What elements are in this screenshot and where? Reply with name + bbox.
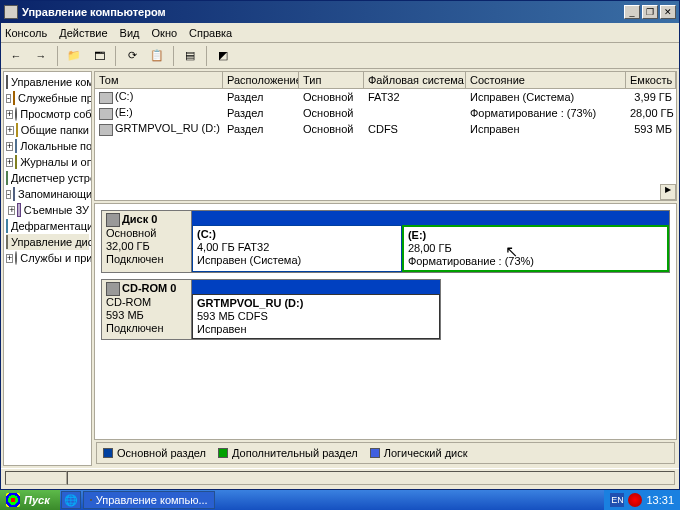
legend: Основной раздел Дополнительный раздел Ло…	[96, 442, 675, 464]
list-row[interactable]: (E:)РазделОсновнойФорматирование : (73%)…	[95, 105, 676, 121]
tree-removable[interactable]: +Съемные ЗУ	[6, 202, 89, 218]
windows-logo-icon	[6, 493, 20, 507]
props-icon[interactable]: 📋	[146, 45, 168, 67]
removable-icon	[17, 203, 20, 217]
clock[interactable]: 13:31	[646, 494, 674, 506]
expand-icon[interactable]: +	[6, 142, 13, 151]
folder-icon	[16, 123, 18, 137]
menubar: Консоль Действие Вид Окно Справка	[1, 23, 679, 43]
tray[interactable]: EN 13:31	[604, 490, 680, 510]
col-volume[interactable]: Том	[95, 72, 223, 88]
minimize-button[interactable]: _	[624, 5, 640, 19]
col-status[interactable]: Состояние	[466, 72, 626, 88]
tree-pane[interactable]: Управление компьютером (локал -Служебные…	[3, 71, 92, 466]
expand-icon[interactable]: +	[6, 158, 13, 167]
storage-icon	[13, 187, 15, 201]
diskmgmt-icon	[6, 235, 8, 249]
titlebar: Управление компьютером _ ❐ ✕	[1, 1, 679, 23]
list-icon[interactable]: ▤	[179, 45, 201, 67]
defrag-icon	[6, 219, 8, 233]
devmgr-icon	[6, 171, 8, 185]
col-fs[interactable]: Файловая система	[364, 72, 466, 88]
lang-indicator[interactable]: EN	[610, 493, 624, 507]
tree-defrag[interactable]: Дефрагментация диска	[6, 218, 89, 234]
volume-list[interactable]: Том Расположение Тип Файловая система Со…	[94, 71, 677, 201]
disk-graphic-pane[interactable]: Диск 0Основной32,00 ГБПодключен (C:)4,00…	[94, 203, 677, 440]
window-title: Управление компьютером	[22, 6, 624, 18]
menu-help[interactable]: Справка	[189, 27, 232, 39]
restore-button[interactable]: ❐	[642, 5, 658, 19]
tree-devmgr[interactable]: Диспетчер устройств	[6, 170, 89, 186]
list-row[interactable]: (C:)РазделОсновнойFAT32Исправен (Система…	[95, 89, 676, 105]
partition-e[interactable]: (E:)28,00 ГБФорматирование : (73%)	[402, 225, 669, 272]
toolbar: ← → 📁 🗔 ⟳ 📋 ▤ ◩	[1, 43, 679, 69]
disk-info: Диск 0Основной32,00 ГБПодключен	[102, 211, 192, 272]
close-button[interactable]: ✕	[660, 5, 676, 19]
events-icon	[15, 107, 17, 121]
taskbar: Пуск 🌐 Управление компью... EN 13:31	[0, 490, 680, 510]
tree-root[interactable]: Управление компьютером (локал	[6, 74, 89, 90]
menu-action[interactable]: Действие	[59, 27, 107, 39]
legend-swatch-primary	[103, 448, 113, 458]
col-layout[interactable]: Расположение	[223, 72, 299, 88]
tree-services[interactable]: +Службы и приложения	[6, 250, 89, 266]
disk-row[interactable]: CD-ROM 0CD-ROM593 МБПодключен GRTMPVOL_R…	[101, 279, 441, 340]
start-button[interactable]: Пуск	[0, 490, 60, 510]
disk-icon	[106, 213, 120, 227]
disk-header-bar	[192, 211, 669, 225]
quicklaunch-ie[interactable]: 🌐	[61, 491, 81, 509]
tools-icon	[13, 91, 15, 105]
gear-icon	[15, 251, 17, 265]
tree-shared[interactable]: +Общие папки	[6, 122, 89, 138]
collapse-icon[interactable]: -	[6, 190, 11, 199]
legend-swatch-extended	[218, 448, 228, 458]
disk-header-bar	[192, 280, 440, 294]
tree-events[interactable]: +Просмотр событий	[6, 106, 89, 122]
expand-icon[interactable]: +	[6, 110, 13, 119]
volume-icon	[99, 108, 113, 120]
menu-view[interactable]: Вид	[120, 27, 140, 39]
expand-icon[interactable]: +	[6, 254, 13, 263]
up-button[interactable]: 📁	[63, 45, 85, 67]
tree-diskmgmt[interactable]: Управление дисками	[6, 234, 89, 250]
col-capacity[interactable]: Емкость	[626, 72, 676, 88]
statusbar	[1, 468, 679, 486]
expand-icon[interactable]: +	[8, 206, 15, 215]
legend-swatch-logical	[370, 448, 380, 458]
partition-d[interactable]: GRTMPVOL_RU (D:)593 МБ CDFSИсправен	[192, 294, 440, 339]
collapse-icon[interactable]: -	[6, 94, 11, 103]
app-icon	[90, 499, 92, 501]
col-type[interactable]: Тип	[299, 72, 364, 88]
refresh-icon[interactable]: ⟳	[121, 45, 143, 67]
computer-icon	[6, 75, 8, 89]
disk-info: CD-ROM 0CD-ROM593 МБПодключен	[102, 280, 192, 339]
expand-icon[interactable]: +	[6, 126, 13, 135]
tray-shield-icon[interactable]	[628, 493, 642, 507]
list-row[interactable]: GRTMPVOL_RU (D:)РазделОсновнойCDFSИсправ…	[95, 121, 676, 137]
cdrom-icon	[106, 282, 120, 296]
app-icon	[4, 5, 18, 19]
users-icon	[15, 139, 17, 153]
cd-icon	[99, 124, 113, 136]
tree-users[interactable]: +Локальные пользователи	[6, 138, 89, 154]
tree-tools[interactable]: -Служебные программы	[6, 90, 89, 106]
disk-row[interactable]: Диск 0Основной32,00 ГБПодключен (C:)4,00…	[101, 210, 670, 273]
region-icon[interactable]: ◩	[212, 45, 234, 67]
forward-button[interactable]: →	[30, 45, 52, 67]
partition-c[interactable]: (C:)4,00 ГБ FAT32Исправен (Система)	[192, 225, 402, 272]
logs-icon	[15, 155, 17, 169]
scroll-right-icon[interactable]: ▶	[660, 184, 676, 200]
taskbar-app[interactable]: Управление компью...	[83, 491, 215, 509]
tree-logs[interactable]: +Журналы и оповещения	[6, 154, 89, 170]
tool-icon[interactable]: 🗔	[88, 45, 110, 67]
tree-storage[interactable]: -Запоминающие устройства	[6, 186, 89, 202]
menu-window[interactable]: Окно	[152, 27, 178, 39]
menu-console[interactable]: Консоль	[5, 27, 47, 39]
volume-icon	[99, 92, 113, 104]
back-button[interactable]: ←	[5, 45, 27, 67]
